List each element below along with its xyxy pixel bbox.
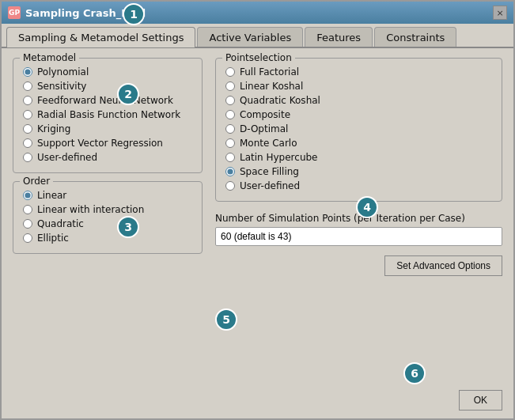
ps-option-0[interactable]: Full Factorial [225,65,492,79]
metamodel-option-4[interactable]: Kriging [23,122,192,136]
close-button[interactable]: × [493,6,507,20]
order-option-2[interactable]: Quadratic [23,217,192,231]
order-group: Order Linear Linear with interaction Qua… [13,181,203,254]
right-column: Pointselection Full Factorial Linear Kos… [215,58,502,382]
left-column: Metamodel Polynomial Sensitivity Feedfor… [13,58,203,382]
tab-active-variables[interactable]: Active Variables [197,27,303,47]
ps-option-7[interactable]: Space Filling [225,165,492,179]
app-icon: GP [8,6,21,19]
ps-option-4[interactable]: D-Optimal [225,122,492,136]
simulation-input[interactable] [215,227,502,246]
metamodel-option-6[interactable]: User-defined [23,150,192,165]
metamodel-option-0[interactable]: Polynomial [23,65,192,79]
ps-option-1[interactable]: Linear Koshal [225,79,492,93]
tabs-bar: Sampling & Metamodel Settings Active Var… [2,24,513,47]
ps-option-2[interactable]: Quadratic Koshal [225,93,492,108]
ps-option-3[interactable]: Composite [225,108,492,122]
tab-sampling-metamodel[interactable]: Sampling & Metamodel Settings [6,27,195,47]
metamodel-group-label: Metamodel [20,52,79,63]
ps-option-8[interactable]: User-defined [225,179,492,193]
ps-option-5[interactable]: Monte Carlo [225,136,492,150]
pointselection-group: Pointselection Full Factorial Linear Kos… [215,58,502,202]
metamodel-group: Metamodel Polynomial Sensitivity Feedfor… [13,58,203,173]
ok-button[interactable]: OK [459,390,502,411]
content-area: Metamodel Polynomial Sensitivity Feedfor… [2,47,513,418]
bottom-buttons: Set Advanced Options [215,252,502,278]
metamodel-option-1[interactable]: Sensitivity [23,79,192,93]
metamodel-option-2[interactable]: Feedforward Neural Network [23,93,192,108]
window-title: Sampling Crash_Expl [25,7,146,19]
advanced-options-button[interactable]: Set Advanced Options [384,255,502,276]
metamodel-option-5[interactable]: Support Vector Regression [23,136,192,150]
metamodel-option-3[interactable]: Radial Basis Function Network [23,108,192,122]
simulation-section: Number of Simulation Points (per Iterati… [215,213,502,246]
tab-features[interactable]: Features [305,27,373,47]
pointselection-group-label: Pointselection [222,52,295,63]
order-group-label: Order [20,176,53,187]
order-option-0[interactable]: Linear [23,188,192,202]
order-option-1[interactable]: Linear with interaction [23,202,192,217]
simulation-label: Number of Simulation Points (per Iterati… [215,213,502,224]
order-option-3[interactable]: Elliptic [23,231,192,245]
title-bar: GP Sampling Crash_Expl × [2,2,513,24]
tab-constraints[interactable]: Constraints [374,27,456,47]
ps-option-6[interactable]: Latin Hypercube [225,150,492,165]
